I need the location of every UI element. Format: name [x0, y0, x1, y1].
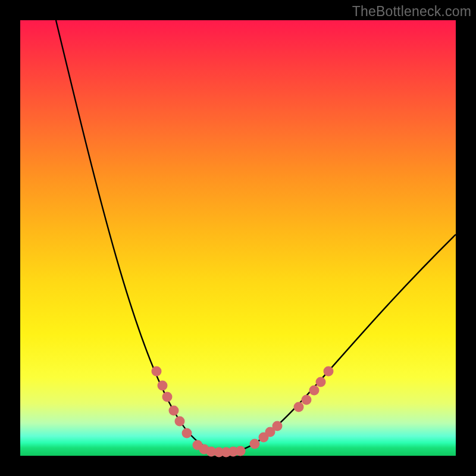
curve-marker — [175, 416, 185, 427]
watermark-text: TheBottleneck.com — [352, 4, 471, 20]
curve-marker — [169, 406, 179, 416]
curve-marker — [316, 377, 326, 387]
curve-marker — [302, 395, 312, 405]
curve-marker — [158, 381, 168, 391]
curve-path — [56, 20, 456, 452]
curve-marker — [236, 446, 246, 456]
curve-marker — [182, 428, 192, 439]
curve-marker — [273, 421, 283, 431]
curve-marker — [324, 367, 334, 377]
curve-marker — [309, 386, 320, 396]
curve-marker — [294, 402, 304, 412]
chart-frame — [20, 20, 456, 456]
curve-markers — [152, 367, 334, 458]
curve-marker — [152, 367, 162, 377]
bottleneck-curve — [20, 20, 456, 456]
curve-marker — [162, 392, 173, 402]
curve-marker — [250, 439, 260, 449]
